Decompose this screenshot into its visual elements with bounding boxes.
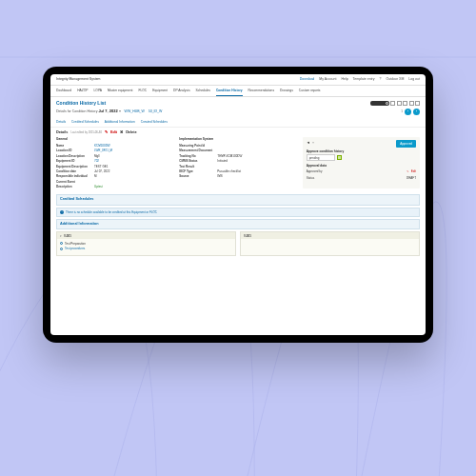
pencil-icon: ✎ bbox=[105, 130, 108, 135]
details-section-title: Details Last edited by 2021-06-30 ✎ Edit… bbox=[50, 128, 426, 137]
panel1-head: V-001 bbox=[64, 234, 71, 238]
close-icon: ✖ bbox=[120, 130, 123, 135]
val-equip-id[interactable]: 702 bbox=[94, 159, 99, 163]
link-template[interactable]: Template entry bbox=[353, 77, 375, 81]
impl-heading: Implementation System bbox=[179, 137, 296, 141]
tool-button-1[interactable] bbox=[390, 101, 395, 106]
details-title-text: Details bbox=[56, 130, 68, 135]
addl-panel-1: ▾ V-001 Test Preparation Test procedures bbox=[56, 231, 236, 256]
val-description: Uptest bbox=[94, 185, 103, 188]
delete-link[interactable]: Delete bbox=[126, 130, 136, 135]
link-help[interactable]: Help bbox=[341, 77, 347, 81]
pager-index: 1 bbox=[401, 109, 403, 113]
credited-notice-text: There is no schedule available to be cre… bbox=[66, 210, 157, 214]
arrow-down-icon[interactable]: ▾ bbox=[312, 140, 314, 146]
edit-link[interactable]: Edit bbox=[110, 130, 117, 135]
details-col-implementation: Implementation System Measuring Point Id… bbox=[179, 137, 296, 188]
approve-go-button[interactable] bbox=[337, 155, 342, 160]
tab-dp-analysis[interactable]: DP Analysis bbox=[173, 89, 190, 96]
val-responsible: M bbox=[94, 174, 97, 178]
pencil-icon: ✎ bbox=[407, 169, 409, 173]
pager-prev-button[interactable]: ‹ bbox=[405, 109, 411, 115]
tool-button-3[interactable] bbox=[403, 101, 407, 106]
tab-condition-history[interactable]: Condition History bbox=[216, 89, 243, 96]
approve-select[interactable]: pending bbox=[307, 154, 335, 161]
details-meta: Last edited by 2021-06-30 bbox=[70, 131, 102, 135]
details-col-general: General NameKCM100DW Location IDLWR_0F21… bbox=[56, 137, 173, 188]
approve-sub1: Approve condition history bbox=[307, 149, 416, 153]
collapse-icon[interactable]: ▾ bbox=[60, 234, 62, 238]
val-cond-date: Jul 07, 2022 bbox=[94, 169, 109, 173]
val-location-id[interactable]: LWR_0F21_M bbox=[94, 149, 112, 152]
top-bar: Integrity Management System Download My … bbox=[50, 74, 426, 86]
bullet-icon bbox=[60, 242, 63, 245]
breadcrumb-label: Details for Condition History bbox=[56, 109, 97, 113]
search-input[interactable] bbox=[370, 101, 389, 106]
panel2-head: V-001 bbox=[244, 234, 251, 238]
breadcrumb-tag-2[interactable]: 50_ID_W bbox=[149, 109, 163, 113]
credited-schedules-header[interactable]: Credited Schedules bbox=[56, 194, 420, 205]
status-value: DRAFT bbox=[407, 176, 416, 180]
tab-floc[interactable]: FLOC bbox=[138, 89, 147, 96]
page-title: Condition History List bbox=[56, 100, 106, 107]
additional-info-grid: ▾ V-001 Test Preparation Test procedures… bbox=[56, 231, 420, 256]
sub-tabs: Details Credited Schedules Additional In… bbox=[50, 118, 426, 129]
link-outdoor[interactable]: Outdoor XM bbox=[386, 77, 404, 81]
search-icon bbox=[386, 102, 388, 105]
tool-button-5[interactable] bbox=[415, 101, 420, 106]
details-grid: General NameKCM100DW Location IDLWR_0F21… bbox=[50, 137, 426, 192]
edit-approval-link[interactable]: Edit bbox=[411, 169, 416, 173]
subtab-details[interactable]: Details bbox=[56, 120, 66, 125]
general-heading: General bbox=[56, 137, 173, 141]
val-location-desc: Mgll bbox=[94, 154, 100, 158]
breadcrumb-date: Jul 7, 2022 bbox=[98, 109, 117, 113]
tab-drawings[interactable]: Drawings bbox=[280, 89, 293, 96]
bullet-icon bbox=[60, 248, 63, 250]
approved-button[interactable]: Approved bbox=[396, 140, 416, 147]
val-equip-desc: TEST GE1 bbox=[94, 165, 108, 169]
tool-button-4[interactable] bbox=[409, 101, 414, 106]
breadcrumb-tag-1[interactable]: WW_HUB_W bbox=[125, 109, 145, 113]
val-tracking: TEMP-KCM100DW bbox=[217, 154, 242, 158]
app-title: Integrity Management System bbox=[56, 77, 101, 82]
panel1-item-1[interactable]: Test Preparation bbox=[65, 242, 86, 246]
val-name[interactable]: KCM100DW bbox=[94, 144, 110, 148]
link-download[interactable]: Download bbox=[300, 77, 315, 81]
approved-by-label: Approved by bbox=[307, 169, 335, 173]
subtab-created[interactable]: Created Schedules bbox=[141, 120, 168, 125]
link-q[interactable]: ? bbox=[380, 77, 382, 81]
tab-equipment[interactable]: Equipment bbox=[152, 89, 168, 96]
pager-next-button[interactable]: › bbox=[413, 109, 420, 115]
nav-tabs: Dashboard HAZOP LOPA Master equipment FL… bbox=[50, 86, 426, 97]
tablet-frame: Integrity Management System Download My … bbox=[43, 67, 433, 343]
tab-master-equipment[interactable]: Master equipment bbox=[108, 89, 132, 96]
tab-dashboard[interactable]: Dashboard bbox=[56, 89, 71, 96]
tool-button-2[interactable] bbox=[397, 101, 402, 106]
arrow-left-icon[interactable]: ◄ bbox=[307, 140, 310, 146]
val-source: IMS bbox=[217, 174, 222, 178]
info-icon: i bbox=[60, 210, 64, 214]
breadcrumb: Details for Condition History Jul 7, 202… bbox=[56, 109, 162, 114]
panel1-item-2[interactable]: Test procedures bbox=[65, 247, 85, 250]
link-logout[interactable]: Log out bbox=[408, 77, 420, 81]
approve-panel: ◄ ▾ Approved Approve condition history p… bbox=[303, 137, 420, 188]
val-cmms: Initiated bbox=[217, 159, 228, 163]
approve-arrows: ◄ ▾ bbox=[307, 140, 314, 146]
pager: 1 ‹ › bbox=[401, 109, 420, 115]
val-iecf: Passable checklist bbox=[217, 169, 241, 173]
tab-lopa[interactable]: LOPA bbox=[94, 89, 103, 96]
addl-panel-2: V-001 bbox=[240, 231, 420, 256]
tab-hazop[interactable]: HAZOP bbox=[77, 89, 88, 96]
subtab-credited[interactable]: Credited Schedules bbox=[71, 120, 99, 125]
subtab-additional[interactable]: Additional Information bbox=[105, 120, 135, 125]
header-links: Download My Account Help Template entry … bbox=[296, 77, 420, 82]
tab-recommendations[interactable]: Recommendations bbox=[248, 89, 275, 96]
toolbar bbox=[370, 101, 421, 106]
additional-info-header[interactable]: Additional Information bbox=[56, 219, 420, 229]
tab-custom-reports[interactable]: Custom reports bbox=[299, 89, 321, 96]
link-account[interactable]: My Account bbox=[319, 77, 336, 81]
chevron-down-icon[interactable]: ▾ bbox=[119, 109, 121, 113]
tab-schedules[interactable]: Schedules bbox=[196, 89, 210, 96]
credited-notice: i There is no schedule available to be c… bbox=[56, 208, 420, 217]
app-screen: Integrity Management System Download My … bbox=[50, 74, 426, 335]
